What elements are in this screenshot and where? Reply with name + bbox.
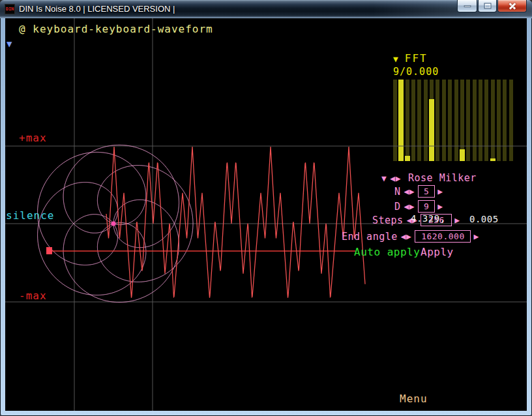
fft-title: FFT: [405, 52, 428, 65]
rose-milker-next-icon[interactable]: ▶: [396, 174, 401, 183]
app-icon-text: DIN: [6, 7, 14, 12]
close-icon: [508, 1, 517, 10]
rose-milker-header[interactable]: ▼ ◀ ▶ Rose Milker: [381, 172, 477, 184]
fft-bar: [411, 80, 415, 161]
n-decrement-icon[interactable]: ◀: [404, 187, 409, 196]
d-value-box[interactable]: 9: [418, 200, 435, 213]
maximize-button[interactable]: [478, 0, 497, 12]
field-label-end-angle: End angle: [342, 231, 398, 243]
app-icon[interactable]: DIN: [5, 4, 15, 14]
fft-bar: [436, 80, 439, 161]
fft-bar: [491, 80, 495, 161]
field-label-n: N: [394, 186, 401, 198]
window-title: DIN Is Noise 8.0 | LICENSED VERSION |: [19, 0, 175, 18]
minimize-icon: [464, 5, 471, 7]
patch-label: @ keyboard-keyboard-waveform: [19, 23, 213, 35]
fft-header[interactable]: ▼FFT: [393, 52, 428, 65]
fft-bar: [497, 80, 501, 161]
fft-bar: [466, 80, 470, 161]
mouse-readout-x: 4.329,: [411, 213, 446, 224]
fft-bar: [460, 80, 464, 161]
field-row-n: N ◀ ▶ 5 ▶: [394, 185, 443, 198]
fft-bar: [454, 80, 458, 161]
end-angle-decrement-icon[interactable]: ◀: [401, 232, 406, 241]
fft-bar: [484, 80, 488, 161]
n-drag-icon[interactable]: ▶: [437, 187, 443, 196]
window-controls: [456, 0, 527, 12]
rose-curve: [38, 145, 193, 302]
close-button[interactable]: [497, 0, 527, 12]
rose-center-node[interactable]: [111, 222, 116, 226]
fft-bar: [479, 80, 482, 161]
menu-button[interactable]: Menu: [400, 393, 428, 405]
fft-bar: [503, 80, 507, 161]
end-angle-increment-icon[interactable]: ▶: [406, 232, 411, 241]
fft-spectrum-display: [393, 80, 515, 161]
n-value-box[interactable]: 5: [418, 185, 435, 198]
fft-bar: [424, 80, 428, 161]
fft-bar: [406, 80, 409, 161]
top-left-marker-icon[interactable]: ▼: [7, 38, 12, 49]
axis-label-plus-max: +max: [19, 132, 47, 144]
rose-milker-title: Rose Milker: [408, 172, 477, 184]
fft-readout: 9/0.000: [393, 66, 439, 78]
fft-bar: [473, 80, 477, 161]
axis-label-minus-max: -max: [19, 290, 47, 302]
fft-collapse-icon[interactable]: ▼: [393, 54, 400, 64]
fft-bar: [442, 80, 446, 161]
apply-button[interactable]: Apply: [421, 246, 454, 258]
end-angle-drag-icon[interactable]: ▶: [473, 232, 479, 241]
steps-drag-icon[interactable]: ▶: [454, 216, 460, 224]
end-angle-value-box[interactable]: 1620.000: [415, 230, 471, 243]
d-increment-icon[interactable]: ▶: [409, 202, 415, 211]
axis-label-silence: silence: [6, 209, 54, 222]
din-canvas[interactable]: ▼FFT 9/0.000 @ keyboard-keyboard-wavefor…: [5, 18, 527, 411]
d-drag-icon[interactable]: ▶: [437, 202, 443, 211]
fft-bar: [448, 80, 452, 161]
app-window: DIN DIN Is Noise 8.0 | LICENSED VERSION …: [0, 0, 532, 416]
fft-bar: [509, 80, 513, 161]
mouse-readout-y: 0.005: [469, 214, 499, 224]
rose-milker-prev-icon[interactable]: ◀: [390, 174, 395, 183]
n-increment-icon[interactable]: ▶: [409, 187, 415, 196]
minimize-button[interactable]: [457, 0, 477, 12]
field-row-d: D ◀ ▶ 9 ▶: [394, 200, 443, 213]
field-label-steps: Steps: [372, 215, 404, 226]
auto-apply-toggle[interactable]: Auto apply: [354, 246, 420, 258]
maximize-icon: [484, 3, 491, 9]
fft-bar: [393, 80, 397, 161]
titlebar[interactable]: DIN DIN Is Noise 8.0 | LICENSED VERSION …: [0, 0, 532, 18]
field-row-end-angle: End angle ◀ ▶ 1620.000 ▶: [342, 230, 479, 243]
fft-bar: [399, 80, 403, 161]
fft-bar: [430, 80, 434, 161]
d-decrement-icon[interactable]: ◀: [404, 202, 409, 211]
rose-milker-collapse-icon[interactable]: ▼: [381, 173, 387, 183]
milked-waveform: [106, 147, 365, 298]
field-label-d: D: [394, 201, 401, 213]
fft-bar: [417, 80, 421, 161]
drone-handle[interactable]: [46, 247, 52, 254]
